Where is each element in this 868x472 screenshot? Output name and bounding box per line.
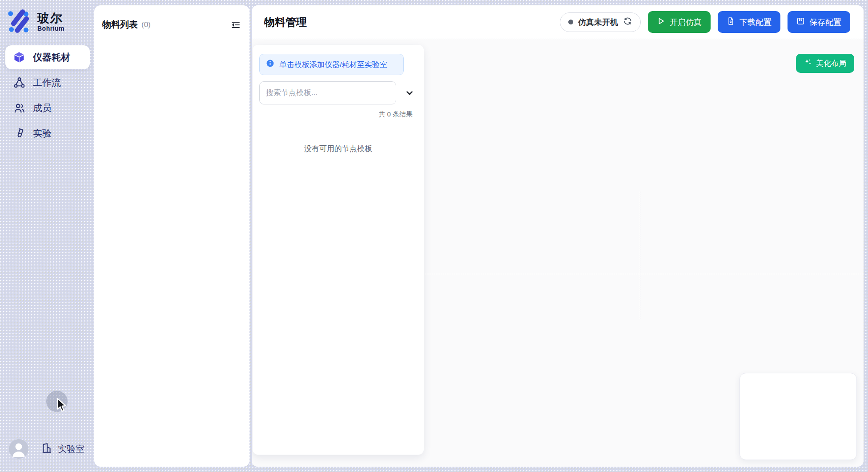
sidebar: 玻尔 Bohrium 仪器耗材 [0, 0, 95, 472]
template-panel: 单击模板添加仪器/耗材至实验室 共 0 条结果 没有可用的节点模板 [253, 45, 424, 455]
test-tube-icon [12, 127, 26, 140]
users-icon [12, 101, 26, 115]
user-avatar[interactable] [9, 439, 28, 459]
simulation-status-pill[interactable]: 仿真未开机 [560, 12, 641, 32]
sidebar-item-label: 仪器耗材 [33, 51, 70, 64]
brand-logo[interactable]: 玻尔 Bohrium [7, 8, 64, 36]
main-header: 物料管理 仿真未开机 开启仿真 [252, 5, 864, 39]
material-list-count: (0) [141, 20, 151, 29]
sidebar-item-label: 实验 [33, 127, 52, 140]
brand-name-en: Bohrium [37, 25, 64, 32]
workflow-icon [12, 76, 26, 89]
sidebar-nav: 仪器耗材 工作流 成员 [5, 45, 90, 145]
bohrium-logo-icon [7, 8, 33, 36]
sidebar-item-label: 工作流 [33, 76, 61, 89]
start-simulation-button[interactable]: 开启仿真 [648, 11, 711, 33]
minimap-panel[interactable] [739, 373, 857, 460]
sidebar-item-experiments[interactable]: 实验 [5, 121, 90, 145]
simulation-status-text: 仿真未开机 [578, 17, 618, 28]
flow-canvas[interactable]: 美化布局 单击模板添加仪器/耗材至实验室 [252, 39, 864, 467]
page-title: 物料管理 [264, 15, 307, 29]
sidebar-item-instruments[interactable]: 仪器耗材 [5, 45, 90, 69]
save-config-button[interactable]: 保存配置 [788, 11, 850, 33]
material-list-title: 物料列表 [102, 19, 138, 31]
beautify-layout-button[interactable]: 美化布局 [796, 54, 854, 73]
collapse-panel-icon[interactable] [230, 19, 241, 31]
brand-name-zh: 玻尔 [37, 12, 64, 25]
template-empty-text: 没有可用的节点模板 [259, 144, 417, 154]
file-download-icon [727, 17, 735, 28]
template-result-count: 共 0 条结果 [259, 110, 417, 119]
status-dot-icon [568, 20, 573, 24]
sidebar-item-members[interactable]: 成员 [5, 96, 90, 120]
cube-icon [12, 51, 26, 64]
template-search-input[interactable] [259, 81, 396, 104]
template-hint-text: 单击模板添加仪器/耗材至实验室 [279, 60, 387, 70]
canvas-guide-vertical [640, 192, 640, 319]
lab-switcher[interactable]: 实验室 [41, 442, 84, 456]
sidebar-item-workflow[interactable]: 工作流 [5, 71, 90, 95]
info-icon [266, 59, 274, 70]
canvas-guide-horizontal [423, 274, 864, 274]
refresh-icon[interactable] [623, 16, 632, 28]
mouse-cursor [55, 398, 68, 415]
sidebar-item-label: 成员 [33, 102, 52, 114]
template-hint-banner: 单击模板添加仪器/耗材至实验室 [259, 54, 404, 75]
building-icon [41, 442, 52, 456]
play-icon [657, 17, 665, 28]
save-icon [796, 17, 805, 28]
main-panel: 物料管理 仿真未开机 开启仿真 [252, 5, 864, 467]
material-list-panel: 物料列表 (0) [94, 5, 249, 467]
download-config-button[interactable]: 下载配置 [718, 11, 780, 33]
sparkles-icon [804, 58, 812, 68]
lab-label: 实验室 [58, 443, 84, 455]
chevron-down-icon[interactable] [403, 86, 416, 100]
material-list-header: 物料列表 (0) [94, 5, 249, 31]
